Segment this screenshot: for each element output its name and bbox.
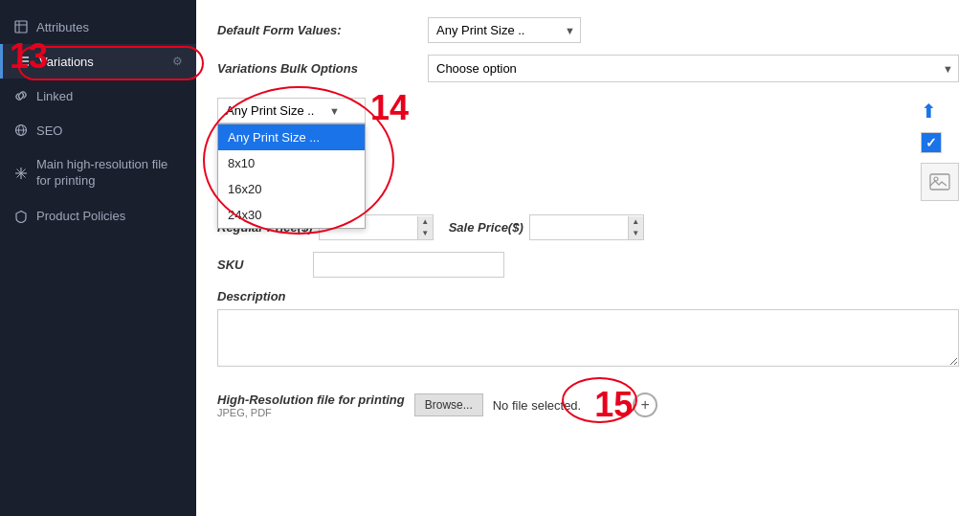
bulk-options-label: Variations Bulk Options — [217, 61, 428, 76]
variation-dropdown-trigger[interactable]: Any Print Size .. ▼ — [217, 98, 366, 123]
sidebar: 13 Attributes Variations ⚙ — [0, 0, 196, 516]
variation-dropdown-area: Any Print Size .. ▼ Any Print Size ... 8… — [217, 98, 366, 123]
dropdown-option-any-print[interactable]: Any Print Size ... — [218, 124, 365, 150]
sidebar-item-linked[interactable]: Linked — [0, 79, 196, 113]
sale-price-input[interactable] — [529, 214, 644, 240]
dropdown-option-24x30[interactable]: 24x30 — [218, 202, 365, 228]
default-form-select-wrapper: Any Print Size .. 8x10 16x20 24x30 ▼ — [428, 17, 581, 43]
no-file-text: No file selected. — [493, 398, 582, 413]
main-content: Default Form Values: Any Print Size .. 8… — [196, 0, 980, 516]
variation-dropdown-menu: Any Print Size ... 8x10 16x20 24x30 — [217, 123, 366, 229]
description-label: Description — [217, 289, 959, 303]
add-variation-button[interactable]: + — [633, 393, 657, 417]
sku-input[interactable] — [313, 252, 504, 278]
sku-row: SKU — [217, 252, 959, 278]
up-arrow-button[interactable]: ⬆ — [921, 100, 937, 123]
svg-rect-0 — [15, 21, 27, 33]
sidebar-item-seo[interactable]: SEO — [0, 113, 196, 147]
sidebar-item-label-seo: SEO — [36, 123, 183, 138]
description-textarea[interactable] — [217, 309, 959, 367]
sale-price-group: Sale Price($) ▲ ▼ — [449, 214, 644, 240]
sidebar-item-label-variations: Variations — [39, 55, 165, 69]
default-form-row: Default Form Values: Any Print Size .. 8… — [217, 17, 959, 43]
dropdown-option-16x20[interactable]: 16x20 — [218, 176, 365, 202]
sidebar-item-product-policies[interactable]: Product Policies — [0, 199, 196, 234]
file-label-sub: JPEG, PDF — [217, 407, 405, 418]
annotation-13: 13 — [10, 36, 48, 77]
add-circle-annotation-wrapper: 15 + — [590, 385, 657, 425]
regular-price-up[interactable]: ▲ — [417, 216, 433, 228]
sale-price-input-wrapper: ▲ ▼ — [529, 214, 644, 240]
table-icon — [13, 19, 29, 34]
file-label-main: High-Resolution file for printing — [217, 393, 405, 407]
sale-price-spinner: ▲ ▼ — [628, 214, 643, 240]
sidebar-item-label-product-policies: Product Policies — [36, 209, 183, 223]
checkmark-icon: ✓ — [925, 135, 937, 150]
sidebar-item-label-main-file: Main high-resolution file for printing — [36, 157, 183, 190]
bulk-options-row: Variations Bulk Options Choose option Se… — [217, 55, 959, 82]
sale-price-up[interactable]: ▲ — [628, 216, 643, 228]
browse-button[interactable]: Browse... — [414, 393, 483, 416]
plus-icon: + — [641, 396, 650, 414]
shield-icon — [13, 209, 29, 224]
annotation-15: 15 — [594, 385, 633, 425]
sale-price-down[interactable]: ▼ — [628, 228, 643, 239]
image-placeholder[interactable] — [921, 163, 959, 201]
sidebar-item-label-linked: Linked — [36, 89, 183, 103]
svg-rect-13 — [930, 174, 949, 190]
snowflake-icon — [13, 166, 29, 181]
svg-point-14 — [934, 177, 938, 181]
file-row: High-Resolution file for printing JPEG, … — [217, 385, 959, 425]
default-form-select[interactable]: Any Print Size .. 8x10 16x20 24x30 — [428, 17, 581, 43]
description-row: Description — [217, 289, 959, 370]
file-label-group: High-Resolution file for printing JPEG, … — [217, 393, 405, 418]
sale-price-label: Sale Price($) — [449, 220, 523, 235]
annotation-14: 14 — [370, 88, 409, 128]
dropdown-chevron: ▼ — [329, 105, 340, 117]
link-icon — [13, 88, 29, 103]
default-form-label: Default Form Values: — [217, 23, 428, 37]
choose-option-select[interactable]: Choose option Set regular prices Set sal… — [428, 55, 959, 82]
gear-icon[interactable]: ⚙ — [172, 55, 183, 68]
dropdown-option-8x10[interactable]: 8x10 — [218, 150, 365, 176]
regular-price-spinner: ▲ ▼ — [417, 214, 433, 240]
choose-option-wrapper: Choose option Set regular prices Set sal… — [428, 55, 959, 82]
globe-icon — [13, 123, 29, 138]
sku-label: SKU — [217, 258, 313, 272]
checkbox-checked[interactable]: ✓ — [921, 132, 942, 153]
sidebar-item-main-file[interactable]: Main high-resolution file for printing — [0, 147, 196, 199]
regular-price-down[interactable]: ▼ — [417, 228, 433, 239]
dropdown-trigger-label: Any Print Size .. — [226, 103, 314, 118]
sidebar-item-label-attributes: Attributes — [36, 20, 183, 34]
